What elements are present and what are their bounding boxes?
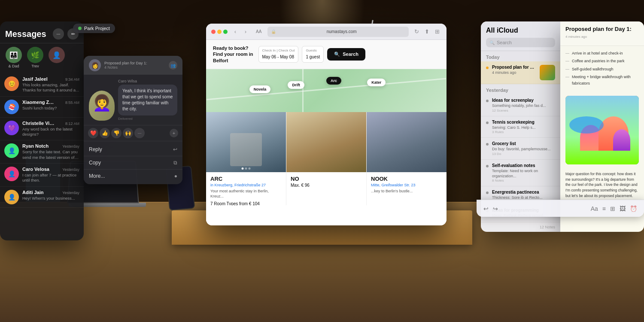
desk-vase xyxy=(210,189,219,210)
laptop xyxy=(69,160,146,211)
phone-on-desk xyxy=(166,166,195,211)
laptop-screen xyxy=(67,161,139,204)
vr-headset xyxy=(291,24,353,47)
desk xyxy=(172,210,472,245)
chair xyxy=(26,150,60,202)
vr-user xyxy=(279,77,365,215)
person-head xyxy=(296,43,348,90)
laptop-base xyxy=(69,203,146,207)
person-body xyxy=(279,77,365,215)
